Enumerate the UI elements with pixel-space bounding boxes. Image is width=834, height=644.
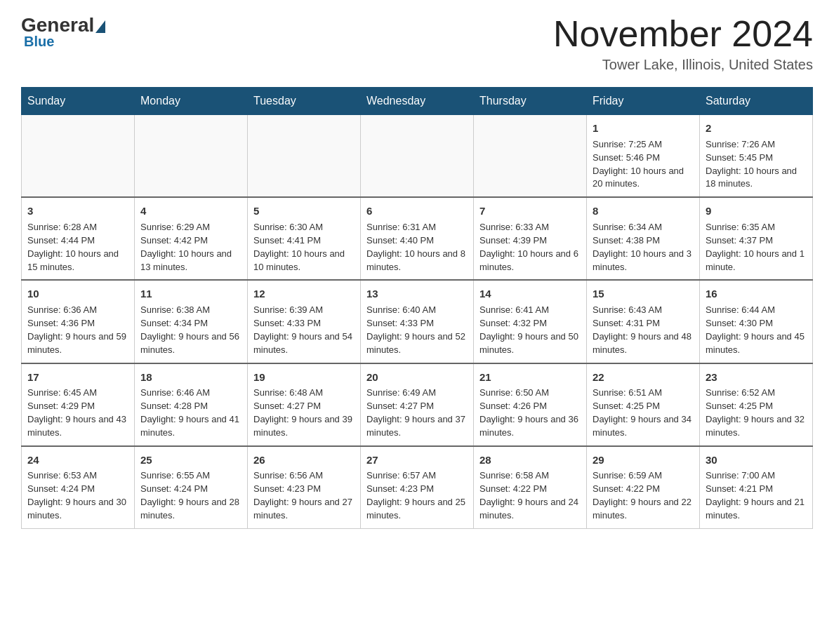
day-number: 27	[366, 452, 468, 468]
day-info-line: Daylight: 10 hours and 18 minutes.	[706, 165, 807, 192]
day-info-line: Daylight: 9 hours and 21 minutes.	[706, 496, 807, 523]
day-info-line: Daylight: 9 hours and 24 minutes.	[479, 496, 581, 523]
day-info-line: Sunrise: 6:49 AM	[366, 387, 468, 400]
day-info-line: Sunset: 4:25 PM	[593, 400, 694, 413]
day-info-line: Daylight: 9 hours and 32 minutes.	[706, 413, 807, 440]
day-number: 8	[593, 203, 694, 219]
day-info-line: Sunrise: 6:56 AM	[253, 469, 355, 483]
day-info-line: Sunset: 4:33 PM	[366, 317, 468, 330]
day-info-line: Daylight: 10 hours and 3 minutes.	[593, 248, 694, 274]
day-info-line: Sunset: 4:26 PM	[479, 400, 581, 413]
calendar-header-row: SundayMondayTuesdayWednesdayThursdayFrid…	[22, 88, 813, 115]
day-info-line: Sunset: 4:39 PM	[479, 234, 581, 248]
day-info-line: Sunset: 4:22 PM	[593, 483, 694, 496]
day-number: 7	[479, 203, 581, 219]
day-info-line: Sunrise: 6:57 AM	[366, 469, 468, 483]
calendar-cell	[22, 115, 135, 198]
calendar-cell: 15Sunrise: 6:43 AMSunset: 4:31 PMDayligh…	[587, 280, 700, 363]
day-info-line: Sunset: 4:30 PM	[706, 317, 807, 330]
calendar-cell: 29Sunrise: 6:59 AMSunset: 4:22 PMDayligh…	[587, 446, 700, 529]
day-info-line: Daylight: 9 hours and 36 minutes.	[479, 413, 581, 440]
calendar-cell: 27Sunrise: 6:57 AMSunset: 4:23 PMDayligh…	[361, 446, 474, 529]
day-info-line: Sunset: 4:24 PM	[27, 483, 128, 496]
day-info-line: Daylight: 10 hours and 15 minutes.	[27, 248, 128, 274]
calendar-cell: 6Sunrise: 6:31 AMSunset: 4:40 PMDaylight…	[361, 197, 474, 280]
day-info-line: Daylight: 9 hours and 56 minutes.	[140, 330, 241, 357]
day-info-line: Sunrise: 6:55 AM	[140, 469, 241, 483]
calendar-cell: 2Sunrise: 7:26 AMSunset: 5:45 PMDaylight…	[700, 115, 813, 198]
month-title: November 2024	[553, 14, 813, 54]
day-info-line: Sunrise: 6:59 AM	[593, 469, 694, 483]
day-number: 15	[593, 286, 694, 302]
day-info-line: Daylight: 10 hours and 13 minutes.	[140, 248, 241, 274]
calendar-week-row: 10Sunrise: 6:36 AMSunset: 4:36 PMDayligh…	[22, 280, 813, 363]
calendar-cell: 21Sunrise: 6:50 AMSunset: 4:26 PMDayligh…	[474, 363, 587, 446]
day-info-line: Daylight: 9 hours and 37 minutes.	[366, 413, 468, 440]
day-info-line: Sunrise: 6:41 AM	[479, 304, 581, 317]
day-number: 9	[706, 203, 807, 219]
day-number: 17	[27, 370, 128, 385]
logo-arrow-icon	[95, 20, 105, 33]
day-number: 13	[366, 286, 468, 302]
logo-blue-text: Blue	[24, 34, 54, 50]
day-info-line: Daylight: 9 hours and 59 minutes.	[27, 330, 128, 357]
day-number: 26	[253, 452, 355, 468]
day-number: 14	[479, 286, 581, 302]
day-info-line: Daylight: 9 hours and 30 minutes.	[27, 496, 128, 523]
location-text: Tower Lake, Illinois, United States	[553, 57, 813, 73]
page-header: General Blue November 2024 Tower Lake, I…	[21, 14, 813, 73]
calendar-table: SundayMondayTuesdayWednesdayThursdayFrid…	[21, 87, 813, 529]
day-info-line: Sunset: 4:41 PM	[253, 234, 355, 248]
calendar-cell: 20Sunrise: 6:49 AMSunset: 4:27 PMDayligh…	[361, 363, 474, 446]
calendar-cell: 8Sunrise: 6:34 AMSunset: 4:38 PMDaylight…	[587, 197, 700, 280]
day-info-line: Sunrise: 6:43 AM	[593, 304, 694, 317]
day-info-line: Daylight: 10 hours and 1 minute.	[706, 248, 807, 274]
day-info-line: Sunrise: 7:25 AM	[593, 138, 694, 152]
day-info-line: Sunset: 4:25 PM	[706, 400, 807, 413]
calendar-cell: 30Sunrise: 7:00 AMSunset: 4:21 PMDayligh…	[700, 446, 813, 529]
day-info-line: Sunset: 5:45 PM	[706, 152, 807, 165]
day-info-line: Sunrise: 6:45 AM	[27, 387, 128, 400]
day-info-line: Daylight: 9 hours and 45 minutes.	[706, 330, 807, 357]
day-number: 6	[366, 203, 468, 219]
day-number: 4	[140, 203, 241, 219]
day-number: 25	[140, 452, 241, 468]
day-info-line: Sunset: 4:28 PM	[140, 400, 241, 413]
day-info-line: Daylight: 9 hours and 43 minutes.	[27, 413, 128, 440]
day-info-line: Sunset: 4:38 PM	[593, 234, 694, 248]
day-info-line: Sunset: 4:29 PM	[27, 400, 128, 413]
calendar-cell: 23Sunrise: 6:52 AMSunset: 4:25 PMDayligh…	[700, 363, 813, 446]
calendar-cell: 16Sunrise: 6:44 AMSunset: 4:30 PMDayligh…	[700, 280, 813, 363]
column-header-tuesday: Tuesday	[248, 88, 361, 115]
column-header-friday: Friday	[587, 88, 700, 115]
day-info-line: Sunrise: 6:40 AM	[366, 304, 468, 317]
day-info-line: Sunrise: 6:44 AM	[706, 304, 807, 317]
column-header-monday: Monday	[135, 88, 248, 115]
day-info-line: Sunrise: 6:35 AM	[706, 221, 807, 234]
day-info-line: Daylight: 10 hours and 8 minutes.	[366, 248, 468, 274]
column-header-sunday: Sunday	[22, 88, 135, 115]
day-number: 1	[593, 121, 694, 136]
day-info-line: Sunrise: 6:50 AM	[479, 387, 581, 400]
day-info-line: Sunset: 5:46 PM	[593, 152, 694, 165]
calendar-cell: 18Sunrise: 6:46 AMSunset: 4:28 PMDayligh…	[135, 363, 248, 446]
calendar-week-row: 17Sunrise: 6:45 AMSunset: 4:29 PMDayligh…	[22, 363, 813, 446]
calendar-cell: 19Sunrise: 6:48 AMSunset: 4:27 PMDayligh…	[248, 363, 361, 446]
calendar-cell: 5Sunrise: 6:30 AMSunset: 4:41 PMDaylight…	[248, 197, 361, 280]
day-info-line: Sunrise: 6:38 AM	[140, 304, 241, 317]
column-header-saturday: Saturday	[700, 88, 813, 115]
day-info-line: Sunrise: 6:29 AM	[140, 221, 241, 234]
logo: General Blue	[21, 14, 107, 50]
calendar-cell: 3Sunrise: 6:28 AMSunset: 4:44 PMDaylight…	[22, 197, 135, 280]
day-info-line: Daylight: 10 hours and 20 minutes.	[593, 165, 694, 192]
calendar-cell: 22Sunrise: 6:51 AMSunset: 4:25 PMDayligh…	[587, 363, 700, 446]
day-number: 12	[253, 286, 355, 302]
day-info-line: Sunset: 4:23 PM	[253, 483, 355, 496]
day-number: 18	[140, 370, 241, 385]
day-info-line: Daylight: 10 hours and 10 minutes.	[253, 248, 355, 274]
calendar-cell: 11Sunrise: 6:38 AMSunset: 4:34 PMDayligh…	[135, 280, 248, 363]
title-area: November 2024 Tower Lake, Illinois, Unit…	[553, 14, 813, 73]
column-header-wednesday: Wednesday	[361, 88, 474, 115]
day-info-line: Sunset: 4:31 PM	[593, 317, 694, 330]
day-info-line: Daylight: 9 hours and 28 minutes.	[140, 496, 241, 523]
